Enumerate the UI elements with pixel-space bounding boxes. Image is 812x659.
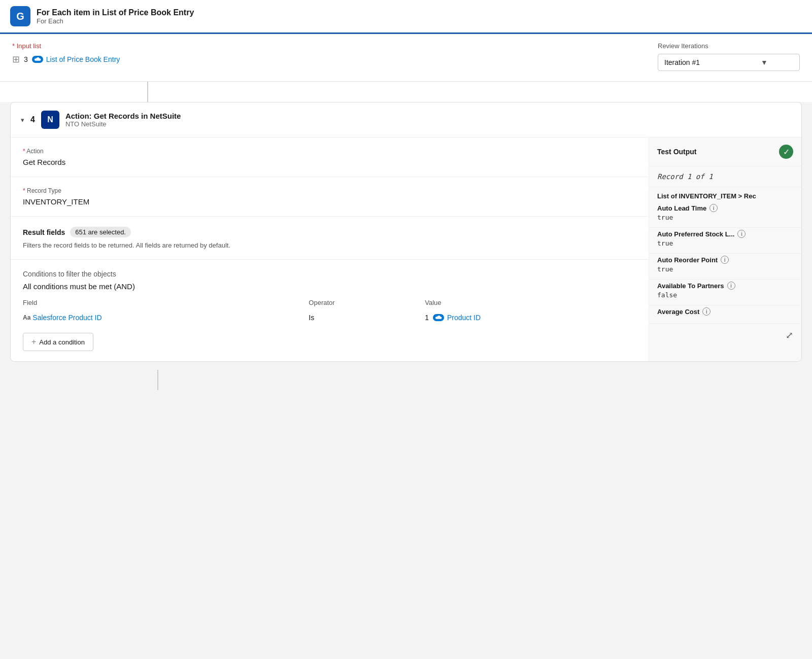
condition-value-text: Product ID	[447, 314, 481, 322]
header-title: For Each item in List of Price Book Entr…	[37, 8, 194, 17]
iteration-value: Iteration #1	[664, 58, 700, 66]
collapse-button[interactable]: ▾	[21, 116, 24, 124]
input-count: 3	[24, 55, 28, 63]
conditions-table: Field Operator Value Aa Salesforce Produ…	[23, 299, 636, 325]
col-value-header: Value	[425, 299, 636, 310]
condition-operator: Is	[309, 310, 425, 325]
action-card: ▾ 4 N Action: Get Records in NetSuite NT…	[10, 102, 802, 362]
iteration-select[interactable]: Iteration #1 ▼	[658, 54, 800, 71]
info-icon-2[interactable]: i	[721, 256, 729, 264]
record-type-section: Record Type INVENTORY_ITEM	[11, 177, 649, 217]
iteration-label: Review Iterations	[658, 42, 800, 50]
condition-field-name: Salesforce Product ID	[32, 314, 101, 322]
record-type-label: Record Type	[23, 187, 636, 194]
action-card-body: Action Get Records Record Type INVENTORY…	[11, 137, 801, 361]
record-type-value: INVENTORY_ITEM	[23, 197, 636, 206]
result-fields-label: Result fields	[23, 228, 65, 236]
conditions-and: All conditions must be met (AND)	[23, 282, 636, 291]
success-icon: ✓	[779, 145, 793, 159]
field-type-icon: Aa	[23, 314, 30, 321]
step-number: 4	[30, 115, 35, 124]
action-section: Action Get Records	[11, 137, 649, 177]
output-field-name-3: Available To Partners i	[657, 282, 793, 290]
output-field-3: Available To Partners i false	[649, 280, 801, 305]
output-field-2: Auto Reorder Point i true	[649, 254, 801, 280]
output-field-4: Average Cost i	[649, 305, 801, 324]
action-field-label: Action	[23, 148, 636, 155]
conditions-section: Conditions to filter the objects All con…	[11, 260, 649, 361]
output-field-0: Auto Lead Time i true	[649, 202, 801, 228]
test-output-label: Test Output	[657, 148, 697, 156]
output-field-name-2: Auto Reorder Point i	[657, 256, 793, 264]
output-field-value-3: false	[657, 291, 793, 299]
salesforce-value-cloud-icon	[433, 314, 444, 321]
info-icon-1[interactable]: i	[737, 230, 746, 238]
col-field-header: Field	[23, 299, 309, 310]
app-logo-icon: G	[10, 6, 30, 26]
input-list-section: Input list ⊞ 3 List of Price Book Entry	[12, 42, 120, 65]
output-field-label-0: Auto Lead Time	[657, 204, 706, 212]
salesforce-cloud-icon	[32, 56, 43, 63]
conditions-title: Conditions to filter the objects	[23, 270, 636, 278]
output-field-value-0: true	[657, 214, 793, 221]
info-icon-4[interactable]: i	[702, 307, 710, 316]
result-fields-desc: Filters the record fields to be returned…	[23, 241, 636, 249]
output-field-1: Auto Preferred Stock L... i true	[649, 228, 801, 254]
expand-icon[interactable]: ⤢	[786, 330, 793, 341]
add-condition-button[interactable]: + Add a condition	[23, 333, 93, 351]
output-field-label-2: Auto Reorder Point	[657, 256, 718, 264]
condition-value-link[interactable]: Product ID	[433, 314, 481, 322]
output-field-name-0: Auto Lead Time i	[657, 204, 793, 212]
condition-field-link[interactable]: Aa Salesforce Product ID	[23, 314, 298, 322]
action-card-header: ▾ 4 N Action: Get Records in NetSuite NT…	[11, 102, 801, 137]
action-title: Action: Get Records in NetSuite	[65, 112, 181, 120]
header-text: For Each item in List of Price Book Entr…	[37, 8, 194, 25]
plus-icon: +	[31, 337, 36, 346]
test-output-header: Test Output ✓	[649, 137, 801, 166]
action-left-panel: Action Get Records Record Type INVENTORY…	[11, 137, 649, 361]
output-field-name-1: Auto Preferred Stock L... i	[657, 230, 793, 238]
iteration-section: Review Iterations Iteration #1 ▼	[658, 42, 800, 71]
input-list-row: ⊞ 3 List of Price Book Entry	[12, 54, 120, 65]
expand-section: ⤢	[649, 324, 801, 347]
app-header: G For Each item in List of Price Book En…	[0, 0, 812, 34]
header-subtitle: For Each	[37, 17, 194, 25]
stack-icon: ⊞	[12, 54, 20, 65]
list-name: List of Price Book Entry	[46, 55, 120, 63]
result-fields-row: Result fields 651 are selected.	[23, 227, 636, 237]
action-card-info: Action: Get Records in NetSuite NTO NetS…	[65, 112, 181, 128]
action-field-value: Get Records	[23, 158, 636, 166]
output-field-value-1: true	[657, 239, 793, 247]
netsuite-icon: N	[41, 111, 59, 129]
add-condition-label: Add a condition	[39, 338, 85, 346]
chevron-down-icon: ▼	[761, 58, 768, 66]
list-link[interactable]: List of Price Book Entry	[32, 55, 120, 63]
output-field-label-4: Average Cost	[657, 308, 699, 316]
action-subtitle: NTO NetSuite	[65, 120, 181, 128]
col-operator-header: Operator	[309, 299, 425, 310]
chevron-icon: ▾	[21, 116, 24, 124]
result-fields-section: Result fields 651 are selected. Filters …	[11, 217, 649, 260]
record-indicator: Record 1 of 1	[649, 166, 801, 187]
output-field-label-3: Available To Partners	[657, 282, 724, 290]
output-field-label-1: Auto Preferred Stock L...	[657, 230, 734, 238]
output-field-value-2: true	[657, 265, 793, 273]
input-bar: Input list ⊞ 3 List of Price Book Entry …	[0, 34, 812, 82]
info-icon-3[interactable]: i	[727, 282, 735, 290]
condition-value-num: 1	[425, 314, 429, 322]
info-icon-0[interactable]: i	[709, 204, 718, 212]
output-section-title: List of INVENTORY_ITEM > Rec	[649, 187, 801, 202]
result-fields-badge[interactable]: 651 are selected.	[70, 227, 131, 237]
test-output-panel: Test Output ✓ Record 1 of 1 List of INVE…	[649, 137, 801, 361]
input-list-label: Input list	[12, 42, 120, 50]
condition-row: Aa Salesforce Product ID Is 1	[23, 310, 636, 325]
output-field-name-4: Average Cost i	[657, 307, 793, 316]
output-fields-list: Auto Lead Time i true Auto Preferred Sto…	[649, 202, 801, 324]
